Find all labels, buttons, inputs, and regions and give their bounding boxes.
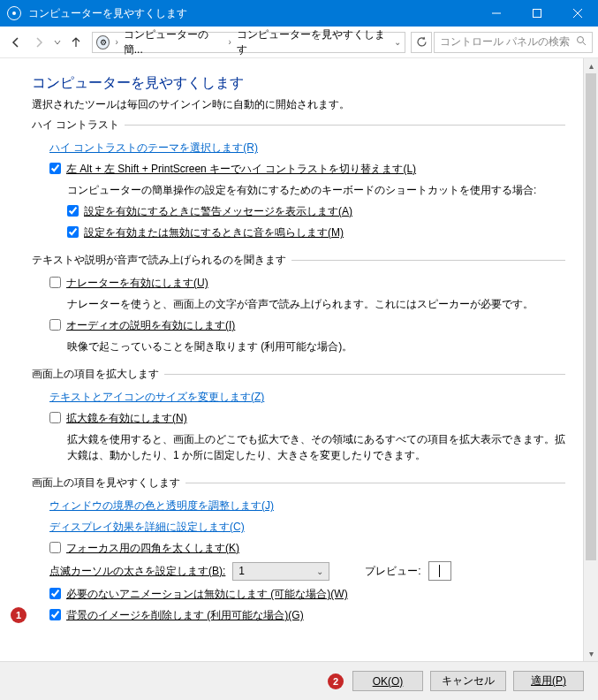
scroll-thumb[interactable]: [586, 73, 596, 560]
control-panel-icon: ⚙: [96, 35, 110, 49]
focus-rect-checkbox[interactable]: フォーカス用の四角を太くします(K): [49, 540, 565, 556]
group-legend: 画面上の項目を拡大します: [32, 367, 164, 382]
group-easier: 画面上の項目を見やすくします ウィンドウの境界の色と透明度を調整します(J) デ…: [32, 476, 565, 623]
window-title: コンピューターを見やすくします: [28, 6, 476, 21]
svg-line-6: [583, 42, 586, 45]
preview-label: プレビュー:: [365, 563, 420, 579]
recent-dropdown[interactable]: [51, 32, 64, 53]
svg-point-0: [12, 11, 16, 15]
up-button[interactable]: [65, 32, 87, 53]
border-link[interactable]: ウィンドウの境界の色と透明度を調整します(J): [32, 498, 565, 514]
maximize-button[interactable]: [517, 0, 557, 27]
magnifier-desc: 拡大鏡を使用すると、画面上のどこでも拡大でき、その領域にあるすべての項目を拡大表…: [32, 431, 565, 463]
address-dropdown-icon[interactable]: ⌄: [394, 37, 401, 47]
chevron-down-icon: ⌄: [316, 565, 323, 578]
search-icon: [576, 35, 587, 49]
checkbox[interactable]: [49, 277, 61, 288]
narrator-checkbox[interactable]: ナレーターを有効にします(U): [49, 275, 565, 291]
sound-checkbox[interactable]: 設定を有効または無効にするときに音を鳴らします(M): [67, 224, 565, 240]
checkbox[interactable]: [67, 205, 79, 217]
divider: [185, 483, 565, 483]
cursor-width-select[interactable]: 1 ⌄: [232, 562, 329, 581]
checkbox[interactable]: [49, 588, 61, 599]
group-legend: 画面上の項目を見やすくします: [32, 476, 185, 491]
cursor-preview: [428, 561, 451, 581]
annotation-badge-1: 1: [11, 607, 26, 623]
address-bar[interactable]: ⚙ › コンピューターの簡... › コンピューターを見やすくします ⌄: [92, 32, 405, 53]
audio-desc-checkbox[interactable]: オーディオの説明を有効にします(I): [49, 317, 565, 333]
page-subtitle: 選択されたツールは毎回のサインイン時に自動的に開始されます。: [32, 96, 565, 112]
minimize-button[interactable]: [476, 0, 517, 27]
divider: [291, 260, 565, 261]
breadcrumb-item[interactable]: コンピューターを見やすくします: [237, 27, 389, 57]
checkbox[interactable]: [49, 319, 61, 331]
apply-button[interactable]: 適用(P): [513, 671, 584, 691]
group-legend: テキストや説明が音声で読み上げられるのを聞きます: [32, 253, 291, 268]
group-magnify: 画面上の項目を拡大します テキストとアイコンのサイズを変更します(Z) 拡大鏡を…: [32, 367, 565, 463]
cancel-button[interactable]: キャンセル: [430, 671, 506, 691]
scroll-down-icon[interactable]: ▾: [584, 646, 598, 661]
group-narrator: テキストや説明が音声で読み上げられるのを聞きます ナレーターを有効にします(U)…: [32, 253, 565, 354]
search-input[interactable]: コントロール パネルの検索: [434, 32, 593, 53]
magnifier-checkbox[interactable]: 拡大鏡を有効にします(N): [49, 410, 565, 426]
close-button[interactable]: [557, 0, 598, 27]
app-icon: [7, 6, 21, 20]
group-high-contrast: ハイ コントラスト ハイ コントラストのテーマを選択します(R) 左 Alt +…: [32, 118, 565, 240]
footer: 2 OK(O) キャンセル 適用(P): [0, 661, 598, 700]
checkbox[interactable]: [67, 226, 79, 238]
divider: [125, 125, 565, 126]
checkbox[interactable]: [49, 163, 61, 174]
titlebar: コンピューターを見やすくします: [0, 0, 598, 27]
remove-bg-checkbox[interactable]: 背景のイメージを削除します (利用可能な場合)(G): [49, 607, 565, 623]
scrollbar[interactable]: ▴ ▾: [583, 58, 598, 661]
chevron-right-icon: ›: [115, 37, 117, 47]
divider: [164, 374, 565, 375]
chevron-right-icon: ›: [229, 37, 231, 47]
cursor-width-label: 点滅カーソルの太さを設定します(B):: [49, 563, 225, 579]
navbar: ⚙ › コンピューターの簡... › コンピューターを見やすくします ⌄ コント…: [0, 27, 598, 58]
ok-button[interactable]: OK(O): [352, 671, 423, 691]
svg-point-5: [578, 37, 584, 43]
breadcrumb-item[interactable]: コンピューターの簡...: [124, 27, 223, 57]
forward-button[interactable]: [28, 32, 49, 53]
checkbox[interactable]: [49, 412, 61, 423]
disable-anim-checkbox[interactable]: 必要のないアニメーションは無効にします (可能な場合)(W): [49, 586, 565, 602]
toggle-highcontrast-checkbox[interactable]: 左 Alt + 左 Shift + PrintScreen キーでハイ コントラ…: [49, 161, 565, 177]
annotation-badge-2: 2: [328, 673, 344, 689]
content-pane: コンピューターを見やすくします 選択されたツールは毎回のサインイン時に自動的に開…: [0, 58, 583, 661]
page-title: コンピューターを見やすくします: [32, 74, 565, 93]
svg-rect-2: [534, 10, 541, 18]
choose-theme-link[interactable]: ハイ コントラストのテーマを選択します(R): [32, 140, 565, 156]
narrator-desc: ナレーターを使うと、画面上の文字が音声で読み上げられます。これにはスピーカーが必…: [32, 296, 565, 312]
resize-link[interactable]: テキストとアイコンのサイズを変更します(Z): [32, 389, 565, 405]
scroll-up-icon[interactable]: ▴: [584, 58, 598, 73]
checkbox[interactable]: [49, 609, 61, 620]
refresh-button[interactable]: [411, 32, 432, 53]
checkbox[interactable]: [49, 542, 61, 553]
audio-desc-text: 映像で起こっていることを聞き取ります (利用可能な場合)。: [32, 339, 565, 354]
warn-checkbox[interactable]: 設定を有効にするときに警告メッセージを表示します(A): [67, 203, 565, 219]
search-placeholder: コントロール パネルの検索: [440, 34, 572, 49]
back-button[interactable]: [5, 32, 26, 53]
group-legend: ハイ コントラスト: [32, 118, 125, 133]
display-link[interactable]: ディスプレイ効果を詳細に設定します(C): [32, 519, 565, 535]
keyboard-note: コンピューターの簡単操作の設定を有効にするためのキーボードのショートカットを使用…: [32, 182, 565, 198]
